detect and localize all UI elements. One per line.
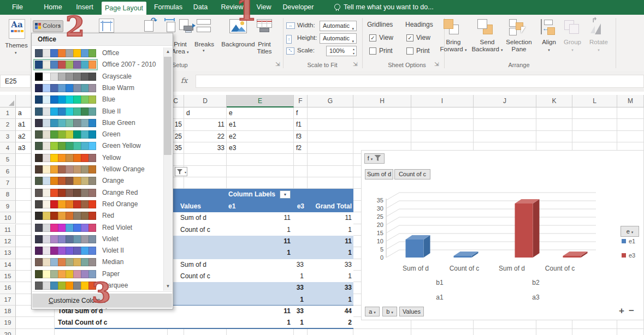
pivot-value-e3[interactable]: 1 xyxy=(262,319,304,326)
pivot-value-e1[interactable]: 1 xyxy=(229,249,291,256)
column-header-H[interactable]: H xyxy=(353,95,411,107)
pivot-value-total[interactable]: 1 xyxy=(306,249,352,256)
column-header-I[interactable]: I xyxy=(411,95,474,107)
pivot-value-e3[interactable]: 1 xyxy=(262,296,304,303)
color-scheme-red-violet[interactable]: Red Violet xyxy=(32,222,163,234)
align-button[interactable]: Align▾ xyxy=(538,39,560,53)
pivot-column-labels-filter-button[interactable]: ▼ xyxy=(280,190,291,199)
column-header-M[interactable]: M xyxy=(617,95,644,107)
colors-button[interactable]: Colors ▾ xyxy=(33,20,63,32)
orientation-button[interactable]: ↷ xyxy=(143,18,159,33)
pivot-value-total[interactable]: 1 xyxy=(306,296,352,303)
themes-button[interactable]: Aa Themes ▾ xyxy=(3,18,29,67)
pivot-value-e1[interactable]: 11 xyxy=(229,214,291,222)
color-scheme-office-2007-2010[interactable]: Office 2007 - 2010 xyxy=(32,59,163,70)
tab-file[interactable]: File xyxy=(4,0,31,15)
column-header-G[interactable]: G xyxy=(308,95,353,107)
cell-E3[interactable]: e2 xyxy=(229,133,292,140)
bar-e3-Count-of-c[interactable] xyxy=(563,252,588,258)
pivot-value-e3[interactable]: 33 xyxy=(262,284,304,291)
legend-item-e3[interactable]: e3 xyxy=(622,252,635,259)
width-dropdown[interactable]: Automatic▾ xyxy=(320,21,357,31)
row-header-9[interactable]: 9 xyxy=(0,201,16,212)
fx-icon[interactable]: fx xyxy=(181,76,187,85)
column-header-L[interactable]: L xyxy=(572,95,617,107)
pivot-page-filter-button[interactable]: ▾ xyxy=(175,167,187,176)
row-header-7[interactable]: 7 xyxy=(0,177,16,189)
tab-data[interactable]: Data xyxy=(188,0,213,15)
chart-axis-field-a-button[interactable]: a ▾ xyxy=(365,307,380,316)
color-scheme-red-orange[interactable]: Red Orange xyxy=(32,199,163,210)
pivot-value-e1[interactable]: 1 xyxy=(229,226,291,234)
row-header-6[interactable]: 6 xyxy=(0,166,16,177)
bar-e3-Sum-of-d[interactable] xyxy=(515,199,540,258)
row-header-17[interactable]: 17 xyxy=(0,294,16,306)
cell-D1[interactable]: d xyxy=(186,109,224,117)
legend-item-e1[interactable]: e1 xyxy=(622,238,635,244)
row-header-3[interactable]: 3 xyxy=(0,131,16,142)
pivot-value-total[interactable]: 33 xyxy=(306,284,352,291)
scale-spinner[interactable]: 100% ▴▾ xyxy=(326,46,357,56)
tab-developer[interactable]: Developer xyxy=(281,0,316,15)
cell-F2[interactable]: f1 xyxy=(296,121,305,128)
tell-me-box[interactable]: Tell me what you want to do... xyxy=(334,0,434,15)
color-scheme-red[interactable]: Red xyxy=(32,210,163,222)
color-scheme-orange-red[interactable]: Orange Red xyxy=(32,187,163,199)
row-header-1[interactable]: 1 xyxy=(0,107,16,119)
chart-values-button[interactable]: Values xyxy=(399,307,424,316)
column-header-K[interactable]: K xyxy=(536,95,572,107)
row-header-20[interactable]: 20 xyxy=(0,329,16,335)
color-scheme-violet-ii[interactable]: Violet II xyxy=(32,245,163,256)
scrollbar-down-button[interactable]: ▼ xyxy=(163,282,172,291)
align-icon[interactable]: ← xyxy=(540,19,558,35)
cell-E1[interactable]: e xyxy=(229,109,292,117)
bring-forward-button[interactable]: BringForward ▾ xyxy=(437,39,470,53)
row-header-5[interactable]: 5 xyxy=(0,154,16,165)
pivot-value-total[interactable]: 2 xyxy=(306,319,352,326)
page-setup-launcher-icon[interactable]: ⇲ xyxy=(275,61,280,67)
color-scheme-blue[interactable]: Blue xyxy=(32,94,163,105)
chart-zoom-in-button[interactable]: + xyxy=(619,306,624,316)
sheet-options-launcher-icon[interactable]: ⇲ xyxy=(434,61,439,67)
pivot-value-e3[interactable]: 1 xyxy=(262,272,304,280)
cell-F4[interactable]: f2 xyxy=(296,144,305,152)
row-header-4[interactable]: 4 xyxy=(0,142,16,154)
pivot-row-label[interactable]: Total Count of c xyxy=(58,319,107,326)
pivot-value-e3[interactable]: 33 xyxy=(262,307,304,315)
tab-home[interactable]: Home xyxy=(39,0,67,15)
headings-print-checkbox[interactable] xyxy=(406,47,413,55)
row-header-15[interactable]: 15 xyxy=(0,271,16,282)
gridlines-view-checkbox[interactable]: ✓ xyxy=(369,34,376,41)
cell-F1[interactable]: f xyxy=(296,109,305,117)
gridlines-print-checkbox[interactable] xyxy=(369,47,376,55)
column-header-F[interactable]: F xyxy=(294,95,308,107)
pivot-value-total[interactable]: 33 xyxy=(306,261,352,268)
pivot-chart[interactable]: f ▾ Sum of d Count of c 05101520253035Su… xyxy=(361,150,644,320)
selection-pane-button[interactable]: SelectionPane xyxy=(504,39,534,53)
pivot-value-total[interactable]: 11 xyxy=(306,237,352,245)
height-dropdown[interactable]: Automatic▾ xyxy=(320,33,357,44)
selection-pane-icon[interactable] xyxy=(509,19,529,35)
color-scheme-yellow[interactable]: Yellow xyxy=(32,152,163,164)
tab-formulas[interactable]: Formulas xyxy=(153,0,184,15)
scrollbar-up-button[interactable]: ▲ xyxy=(163,47,172,56)
bar-e1-Sum-of-d[interactable] xyxy=(406,235,430,258)
pivot-row-label[interactable]: Sum of d xyxy=(180,214,206,222)
pivot-value-total[interactable]: 1 xyxy=(306,226,352,234)
cell-D2[interactable]: 11 xyxy=(186,121,224,128)
send-backward-button[interactable]: SendBackward ▾ xyxy=(470,39,505,53)
select-all-corner[interactable] xyxy=(0,95,16,107)
spinner-icon[interactable]: ▴▾ xyxy=(353,47,355,56)
chart-zoom-out-button[interactable]: − xyxy=(629,306,634,316)
color-scheme-blue-warm[interactable]: Blue Warm xyxy=(32,82,163,94)
headings-view-checkbox[interactable]: ✓ xyxy=(406,34,413,41)
color-scheme-office[interactable]: Office xyxy=(32,47,163,59)
pivot-value-e3[interactable]: 33 xyxy=(262,261,304,268)
cell-E2[interactable]: e1 xyxy=(229,121,292,128)
pivot-value-total[interactable]: 11 xyxy=(306,214,352,222)
cell-D4[interactable]: 33 xyxy=(186,144,224,152)
chart-plot-area[interactable]: 05101520253035Sum of dCount of cSum of d… xyxy=(362,151,644,321)
column-header-J[interactable]: J xyxy=(474,95,536,107)
cell-E4[interactable]: e3 xyxy=(229,144,292,152)
chart-axis-field-b-button[interactable]: b ▾ xyxy=(382,307,397,316)
